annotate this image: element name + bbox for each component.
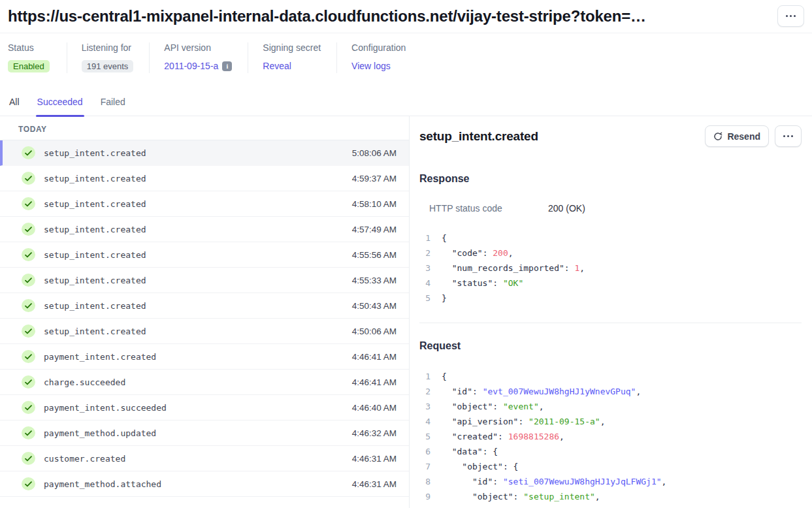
meta-value: 191 events (82, 59, 134, 73)
meta-link-2011-09-15-a[interactable]: 2011-09-15-a (164, 61, 218, 71)
line-number: 8 (421, 474, 430, 489)
event-name: setup_intent.created (44, 276, 352, 285)
code-text: "api_version" (452, 417, 519, 426)
success-check-icon (22, 172, 35, 185)
status-badge: Enabled (8, 60, 50, 72)
event-row[interactable]: setup_intent.created4:55:33 AM (0, 268, 409, 293)
events-count-badge: 191 events (82, 60, 134, 72)
code-content: "object": "event", (442, 399, 544, 414)
code-text (442, 432, 452, 441)
code-text: { (442, 233, 447, 243)
meta-label: API version (164, 42, 232, 53)
success-check-icon (22, 452, 35, 465)
event-row[interactable]: setup_intent.created4:55:56 AM (0, 242, 409, 268)
meta-link-reveal[interactable]: Reveal (263, 61, 291, 71)
code-text: : (493, 477, 503, 486)
overflow-icon (783, 135, 794, 138)
success-check-icon (22, 325, 35, 338)
event-row[interactable]: payment_method.attached4:46:31 AM (0, 471, 409, 497)
code-text: : (513, 492, 524, 501)
response-heading: Response (419, 173, 802, 185)
code-content: "data": { (442, 444, 498, 459)
event-row[interactable]: setup_intent.created4:57:49 AM (0, 217, 409, 242)
event-row[interactable]: customer.created4:46:31 AM (0, 446, 409, 471)
code-text: } (442, 293, 447, 303)
code-text: , (539, 402, 544, 411)
event-row[interactable]: setup_intent.created5:08:06 AM (0, 140, 409, 166)
code-text (442, 402, 452, 411)
code-text: , (508, 248, 513, 258)
code-line: 8 "id": "seti_007WewuJW8hgHJ1yJqLFWGj1", (419, 474, 802, 489)
success-check-icon (22, 426, 35, 439)
detail-header: setup_intent.created Resend (419, 125, 802, 147)
event-row[interactable]: payment_intent.created4:46:41 AM (0, 344, 409, 370)
event-time: 4:59:37 AM (352, 174, 397, 183)
endpoint-url-title: https://us-central1-mixpanel-internal-da… (8, 7, 646, 25)
code-text (442, 278, 452, 288)
event-time: 4:55:56 AM (352, 250, 397, 260)
header-overflow-button[interactable] (777, 5, 804, 27)
event-row[interactable]: charge.succeeded4:46:41 AM (0, 370, 409, 395)
meta-item-signing-secret: Signing secretReveal (248, 42, 336, 73)
event-row[interactable]: setup_intent.created4:50:06 AM (0, 319, 409, 344)
code-text (442, 477, 472, 486)
event-row[interactable]: payment_method.updated4:46:32 AM (0, 421, 409, 446)
meta-label: Signing secret (263, 42, 321, 53)
event-time: 4:46:41 AM (352, 377, 397, 387)
tab-failed[interactable]: Failed (101, 97, 125, 116)
event-name: setup_intent.created (44, 199, 352, 209)
code-content: } (442, 291, 447, 306)
request-code-block: 1{2 "id": "evt_007WewuJW8hgHJ1yWnevGPuq"… (419, 369, 802, 504)
resend-button[interactable]: Resend (705, 125, 769, 147)
code-line: 3 "num_records_imported": 1, (419, 261, 802, 276)
event-rows: setup_intent.created5:08:06 AMsetup_inte… (0, 140, 409, 497)
event-group-header: TODAY (0, 116, 409, 140)
meta-value: View logs (351, 59, 406, 73)
code-text: "created" (452, 432, 498, 441)
success-check-icon (22, 248, 35, 261)
event-name: setup_intent.created (44, 301, 352, 311)
code-content: "object": { (442, 459, 518, 474)
code-text: , (595, 492, 600, 501)
code-content: "status": "OK" (442, 276, 523, 291)
code-id-link[interactable]: "evt_007WewuJW8hgHJ1yWnevGPuq" (483, 387, 636, 396)
line-number: 3 (421, 399, 430, 414)
meta-label: Configuration (351, 42, 406, 53)
line-number: 1 (421, 369, 430, 384)
code-text: , (662, 477, 667, 486)
event-name: payment_method.updated (44, 428, 352, 438)
meta-link-view-logs[interactable]: View logs (351, 61, 391, 71)
meta-item-configuration: ConfigurationView logs (336, 42, 421, 73)
code-content: "id": "seti_007WewuJW8hgHJ1yJqLFWGj1", (442, 474, 666, 489)
line-number: 6 (421, 444, 430, 459)
code-number: 1698815286 (508, 432, 559, 441)
meta-row: StatusEnabledListening for191 eventsAPI … (0, 33, 812, 73)
event-row[interactable]: setup_intent.created4:50:43 AM (0, 293, 409, 319)
code-text (442, 447, 452, 456)
code-text (442, 417, 452, 426)
http-status-row: HTTP status code 200 (OK) (419, 203, 802, 214)
code-content: "id": "evt_007WewuJW8hgHJ1yWnevGPuq", (442, 384, 641, 399)
meta-value: 2011-09-15-ai (164, 59, 232, 73)
response-code-block: 1{2 "code": 200,3 "num_records_imported"… (419, 230, 802, 306)
event-time: 4:46:31 AM (352, 479, 397, 489)
detail-overflow-button[interactable] (775, 125, 802, 147)
tab-all[interactable]: All (9, 97, 20, 116)
code-text: "num_records_imported" (452, 263, 564, 273)
tab-succeeded[interactable]: Succeeded (37, 97, 83, 116)
code-text: , (559, 432, 564, 441)
line-number: 3 (421, 261, 430, 276)
success-check-icon (22, 197, 35, 210)
line-number: 7 (421, 459, 430, 474)
code-string: "event" (503, 402, 539, 411)
event-row[interactable]: setup_intent.created4:58:10 AM (0, 191, 409, 217)
code-text: , (600, 417, 606, 426)
line-number: 4 (421, 414, 430, 429)
code-text (442, 248, 452, 258)
success-check-icon (22, 223, 35, 236)
event-row[interactable]: setup_intent.created4:59:37 AM (0, 166, 409, 191)
code-text: "object" (452, 402, 493, 411)
event-row[interactable]: payment_intent.succeeded4:46:40 AM (0, 395, 409, 421)
code-id-link[interactable]: "seti_007WewuJW8hgHJ1yJqLFWGj1" (503, 477, 662, 486)
code-number: 200 (493, 248, 508, 258)
